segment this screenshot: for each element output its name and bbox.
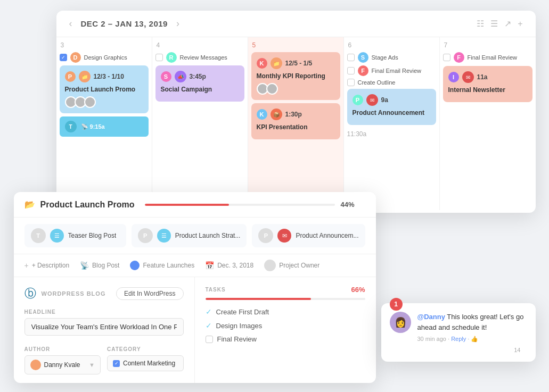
card-social-campaign[interactable]: S 📣 3:45p Social Campaign	[155, 65, 244, 102]
cal-col-7: 7 F Final Email Review I ✉ 11a Internal …	[440, 37, 536, 210]
meta-blog-label: Blog Post	[92, 262, 119, 269]
cal-col-5: 5 K 📁 12/5 - 1/5 Monthly KPI Reporting	[248, 37, 344, 210]
category-select[interactable]: ✓ Content Marketing	[107, 355, 184, 371]
comment-text: @Danny This looks great! Let's go ahead …	[417, 312, 527, 332]
meta-feature-launches[interactable]: Feature Launches	[130, 261, 194, 270]
checkbox-stage-ads[interactable]	[347, 54, 355, 61]
reply-link[interactable]: Reply	[451, 336, 466, 342]
share-icon[interactable]: ↗	[504, 19, 511, 29]
author-name: Danny Kvale	[44, 361, 80, 369]
next-arrow[interactable]: ›	[176, 18, 179, 29]
task-stage-ads[interactable]: S Stage Ads	[347, 52, 436, 63]
calendar-tools: ☷ ☰ ↗ +	[477, 19, 522, 29]
checkbox-design-graphics[interactable]: ✓	[60, 54, 67, 61]
megaphone-icon: 📣	[175, 71, 186, 82]
headline-input[interactable]	[24, 318, 184, 336]
day-7-label: 7	[443, 41, 532, 49]
wp-left: ⓑ WORDPRESS BLOG Edit In WordPress HEADL…	[14, 277, 195, 383]
cal-col-3: 3 ✓ D Design Graphics P 📁 12/3 - 1/10 Pr…	[56, 37, 152, 210]
card-product-launch[interactable]: P 📁 12/3 - 1/10 Product Launch Promo	[60, 65, 149, 113]
wp-edit-button[interactable]: Edit In WordPress	[116, 287, 183, 300]
card-kpi-reporting[interactable]: K 📁 12/5 - 1/5 Monthly KPI Reporting	[251, 52, 340, 100]
task-list-final-review[interactable]: Final Review	[206, 335, 365, 343]
avatar-design-graphics: D	[70, 52, 81, 63]
wp-label: WORDPRESS BLOG	[42, 290, 106, 297]
check-todo-1[interactable]	[206, 336, 213, 343]
tc-avatar-1: T	[31, 228, 46, 243]
like-icon[interactable]: 👍	[471, 336, 478, 342]
meta-feature-label: Feature Launches	[143, 262, 194, 269]
tasks-header: TASKS 66%	[206, 286, 365, 294]
cal-col-6: 6 S Stage Ads F Final Email Review Creat…	[344, 37, 440, 210]
author-select[interactable]: Danny Kvale ▼	[24, 355, 101, 374]
list-view-icon[interactable]: ☰	[490, 19, 498, 29]
avatar-card-3: K	[257, 58, 267, 69]
task-final-email-7[interactable]: F Final Email Review	[443, 52, 532, 63]
card-product-announcement[interactable]: P ✉ 9a Product Announcement	[347, 89, 436, 125]
card-time-4: 1:30p	[285, 111, 302, 118]
calendar-title: DEC 2 – JAN 13, 2019	[81, 19, 168, 28]
task-create-outline[interactable]: Create Outline	[347, 79, 436, 86]
comment-avatar: 👩	[390, 312, 411, 333]
prev-arrow[interactable]: ‹	[69, 18, 72, 29]
tasks-pct: 66%	[351, 286, 365, 294]
card-time-2: 3:45p	[190, 73, 206, 80]
wordpress-icon: ⓑ	[24, 286, 36, 302]
comment-time: 30 min ago	[417, 336, 446, 342]
task-list-create-draft[interactable]: ✓ Create First Draft	[206, 307, 365, 316]
author-avatar	[30, 360, 41, 370]
task-card-announcement[interactable]: P ✉ Product Announcem...	[252, 224, 365, 247]
detail-folder-icon: 📂	[24, 199, 35, 210]
meta-description-label: + Description	[32, 262, 69, 269]
task-review-messages[interactable]: R Review Messages	[155, 52, 244, 63]
check-done-1: ✓	[206, 307, 212, 316]
checkbox-final-email[interactable]	[347, 67, 355, 74]
card-internal-newsletter[interactable]: I ✉ 11a Internal Newsletter	[443, 66, 532, 102]
avatar-card-5: P	[353, 95, 363, 105]
card-kpi-presentation[interactable]: K 📦 1:30p KPI Presentation	[251, 103, 340, 139]
card-time-6: 11a	[477, 73, 488, 81]
task-card-strategy[interactable]: P ☰ Product Launch Strat...	[132, 224, 247, 247]
checkbox-final-email-7[interactable]	[443, 54, 450, 61]
task-label-final-review: Final Review	[217, 335, 257, 343]
comment-mention: @Danny	[417, 313, 445, 321]
comment-meta: 30 min ago · Reply · 👍	[417, 336, 527, 343]
meta-row: + + Description 📡 Blog Post Feature Laun…	[14, 254, 376, 277]
day-5-label: 5	[251, 41, 340, 49]
owner-avatar	[264, 260, 276, 271]
avatar-final-7: F	[454, 52, 464, 63]
checkbox-review-messages[interactable]	[155, 54, 163, 61]
tc-icon-2: ☰	[157, 229, 171, 243]
meta-description[interactable]: + + Description	[24, 261, 70, 270]
category-value: Content Marketing	[123, 360, 175, 367]
tasks-progress-fill	[206, 298, 311, 300]
calendar-grid-icon[interactable]: ☷	[477, 19, 484, 29]
meta-blog-post[interactable]: 📡 Blog Post	[80, 261, 119, 270]
detail-title-row: 📂 Product Launch Promo	[24, 199, 135, 210]
detail-header: 📂 Product Launch Promo 44%	[14, 192, 376, 218]
day-4-label: 4	[155, 41, 244, 49]
meta-date-label: Dec. 3, 2018	[217, 262, 253, 269]
task-final-email[interactable]: F Final Email Review	[347, 65, 436, 76]
card-title-2: Social Campaign	[161, 86, 239, 93]
avatar-review-messages: R	[166, 52, 177, 63]
task-label-final-email: Final Email Review	[372, 68, 422, 74]
meta-project-owner[interactable]: Project Owner	[264, 260, 319, 271]
time-1130: 11:30a	[347, 128, 436, 138]
meta-date[interactable]: 📅 Dec. 3, 2018	[205, 261, 253, 270]
card-title-1: Product Launch Promo	[65, 86, 143, 93]
calendar-header: ‹ DEC 2 – JAN 13, 2019 › ☷ ☰ ↗ +	[56, 11, 536, 37]
detail-panel: 📂 Product Launch Promo 44% T ☰ Teaser Bl…	[14, 192, 376, 383]
task-list-design-images[interactable]: ✓ Design Images	[206, 321, 365, 330]
scene: ‹ DEC 2 – JAN 13, 2019 › ☷ ☰ ↗ + 3 ✓ D D…	[14, 11, 536, 383]
calendar-nav: ‹ DEC 2 – JAN 13, 2019 ›	[69, 18, 179, 29]
task-cards-row: T ☰ Teaser Blog Post P ☰ Product Launch …	[14, 218, 376, 254]
box-icon: 📦	[271, 109, 282, 120]
checkbox-create-outline[interactable]	[347, 79, 355, 86]
task-label-final-7: Final Email Review	[468, 54, 518, 61]
add-icon[interactable]: +	[518, 19, 522, 29]
dot-icon	[130, 261, 140, 270]
task-design-graphics[interactable]: ✓ D Design Graphics	[60, 52, 149, 63]
task-card-teaser[interactable]: T ☰ Teaser Blog Post	[24, 224, 126, 247]
category-label: CATEGORY	[107, 346, 184, 352]
